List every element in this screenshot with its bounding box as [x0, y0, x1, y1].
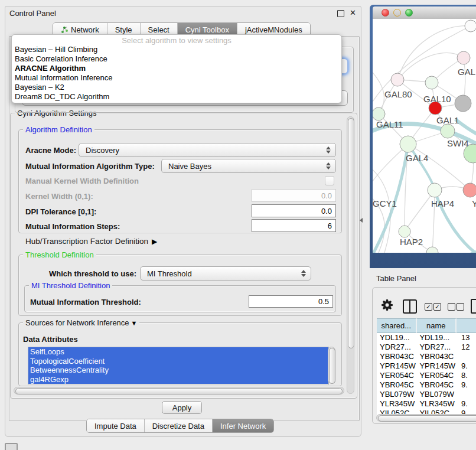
kernel-width-field[interactable]: 0.0 — [252, 189, 336, 202]
node-gal80[interactable] — [391, 73, 404, 86]
algorithm-option-basic-correlation-inference[interactable]: Basic Correlation Inference — [12, 54, 341, 64]
dpi-tolerance-value: 0.0 — [321, 207, 332, 216]
node-gal80-label: GAL80 — [384, 89, 412, 99]
mi-type-combo[interactable]: Naive Bayes — [161, 159, 336, 173]
column-header-name[interactable]: name — [417, 318, 457, 333]
node-gal1[interactable] — [441, 124, 455, 138]
mi-steps-field[interactable]: 6 — [252, 219, 336, 232]
node-gal10[interactable] — [425, 76, 438, 89]
table-header-row: shared...name — [377, 318, 476, 333]
node-gal4-label: GAL4 — [406, 153, 428, 163]
zoom-traffic-light[interactable] — [405, 9, 413, 17]
node-gal11[interactable] — [373, 107, 385, 120]
attribute-list-scrollbar[interactable] — [328, 347, 335, 384]
table-cell: YPR145W — [377, 361, 416, 371]
table-cell — [457, 352, 476, 361]
aracne-mode-combo[interactable]: Discovery — [79, 143, 336, 157]
table-row[interactable]: YPR145WYPR145W9. — [377, 361, 476, 371]
bottom-tab-impute-data[interactable]: Impute Data — [87, 419, 145, 432]
which-threshold-combo[interactable]: MI Threshold — [140, 266, 311, 281]
splitter-collapse-arrow[interactable] — [360, 218, 363, 223]
node-swi4-label: SWI4 — [447, 138, 469, 148]
hub-definition-toggle[interactable]: Hub/Transcription Factor Definition▶ — [25, 237, 157, 246]
network-view-window: GALGAL80GAL10GAL11GAL1SWI4GAL4HAP4YGCY1H… — [370, 5, 476, 268]
table-cell: YBR045C — [377, 380, 416, 390]
settings-vertical-scroll-thumb[interactable] — [348, 118, 354, 348]
mi-threshold-field[interactable]: 0.5 — [249, 295, 333, 308]
settings-horizontal-scrollbar[interactable] — [14, 387, 344, 394]
algorithm-option-mutual-information-inference[interactable]: Mutual Information Inference — [12, 73, 341, 83]
algorithm-option-dream8-dc-tdc-algorithm[interactable]: Dream8 DC_TDC Algorithm — [12, 92, 341, 102]
node-hap2[interactable] — [399, 226, 410, 237]
table-cell: 12 — [457, 343, 476, 352]
algorithm-option-bayesian-hill-climbing[interactable]: Bayesian – Hill Climbing — [12, 45, 341, 54]
table-row[interactable]: YDL19...YDL19...13 — [377, 333, 476, 343]
settings-vertical-scrollbar[interactable] — [347, 116, 354, 394]
close-traffic-light[interactable] — [382, 9, 389, 17]
expand-right-icon[interactable]: ▶ — [152, 237, 157, 246]
node-top-partial[interactable] — [465, 20, 476, 32]
collapse-down-icon[interactable]: ▼ — [131, 319, 138, 327]
attribute-item-gal4rgexp[interactable]: gal4RGexp — [28, 375, 328, 384]
mi-type-label: Mutual Information Algorithm Type: — [25, 162, 155, 171]
table-cell — [457, 390, 476, 399]
algorithm-definition-title: Algorithm Definition — [23, 125, 94, 134]
gear-icon[interactable] — [381, 299, 393, 314]
node-bottom-partial[interactable] — [426, 247, 438, 253]
column-header-partial[interactable] — [457, 318, 476, 333]
manual-kernel-checkbox[interactable] — [325, 176, 334, 185]
hub-definition-label: Hub/Transcription Factor Definition — [25, 237, 148, 246]
float-window-icon[interactable] — [337, 10, 344, 17]
table-cell: YBR043C — [416, 352, 456, 361]
node-red[interactable] — [429, 102, 442, 115]
bottom-tab-infer-network[interactable]: Infer Network — [213, 419, 273, 432]
minimize-traffic-light[interactable] — [393, 9, 401, 17]
deselect-all-checkbox-icon[interactable] — [457, 303, 464, 311]
algorithm-option-bayesian-k2[interactable]: Bayesian – K2 — [12, 83, 341, 92]
split-panel-icon[interactable] — [403, 299, 417, 314]
mi-steps-label: Mutual Information Steps: — [25, 222, 120, 231]
data-attributes-list[interactable]: SelfLoopsTopologicalCoefficientBetweenne… — [28, 347, 329, 385]
node-salmon[interactable] — [463, 183, 476, 197]
dpi-tolerance-field[interactable]: 0.0 — [252, 204, 336, 217]
deselect-all-checkbox-icon[interactable] — [448, 303, 455, 311]
mi-steps-value: 6 — [328, 221, 332, 230]
network-canvas[interactable]: GALGAL80GAL10GAL11GAL1SWI4GAL4HAP4YGCY1H… — [373, 19, 476, 253]
table-row[interactable]: YER054CYER054C8. — [377, 371, 476, 380]
apply-button[interactable]: Apply — [162, 401, 202, 414]
close-icon[interactable]: ✕ — [350, 8, 356, 17]
table-panel-title: Table Panel — [376, 274, 416, 283]
sources-title[interactable]: Sources for Network Inference▼ — [23, 318, 139, 328]
bottom-tab-discretize-data[interactable]: Discretize Data — [145, 419, 213, 432]
network-window-titlebar[interactable] — [373, 6, 476, 19]
table-row[interactable]: YBR043CYBR043C — [377, 352, 476, 361]
table-horizontal-scroll-thumb[interactable] — [378, 415, 476, 422]
attribute-item-betweennesscentrality[interactable]: BetweennessCentrality — [28, 366, 328, 375]
attribute-list-scroll-thumb[interactable] — [329, 348, 335, 384]
combo-stepper-icon — [325, 146, 331, 154]
node-gal-partial[interactable] — [457, 51, 470, 64]
table-row[interactable]: YBR045CYBR045C9. — [377, 380, 476, 390]
table-row[interactable]: YDR27...YDR27...12 — [377, 343, 476, 352]
settings-horizontal-scroll-thumb[interactable] — [15, 388, 343, 394]
control-panel-title: Control Panel — [9, 9, 56, 18]
node-salmon-label: Y — [472, 198, 476, 208]
column-header-shared[interactable]: shared... — [377, 318, 417, 333]
table-horizontal-scrollbar[interactable] — [376, 414, 476, 422]
node-hap4[interactable] — [428, 183, 442, 197]
table-row[interactable]: YLR345WYLR345W9. — [377, 399, 476, 409]
algorithm-option-aracne-algorithm[interactable]: ARACNE Algorithm — [12, 64, 341, 73]
aracne-mode-value: Discovery — [86, 146, 119, 155]
select-all-checkbox-icon[interactable]: ✓ — [433, 303, 441, 311]
sources-title-text: Sources for Network Inference — [25, 318, 129, 327]
node-gray[interactable] — [455, 95, 471, 112]
node-gal4[interactable] — [400, 136, 416, 152]
attribute-item-selfloops[interactable]: SelfLoops — [28, 347, 328, 357]
node-gal11-label: GAL11 — [376, 119, 403, 129]
select-all-checkbox-icon[interactable]: ✓ — [425, 303, 432, 311]
table-cell: YBR045C — [416, 380, 456, 390]
table-row[interactable]: YBL079WYBL079W — [377, 390, 476, 399]
file-icon[interactable] — [471, 299, 476, 314]
attribute-item-topologicalcoefficient[interactable]: TopologicalCoefficient — [28, 357, 328, 366]
collapsed-panel-icon[interactable] — [5, 443, 18, 450]
